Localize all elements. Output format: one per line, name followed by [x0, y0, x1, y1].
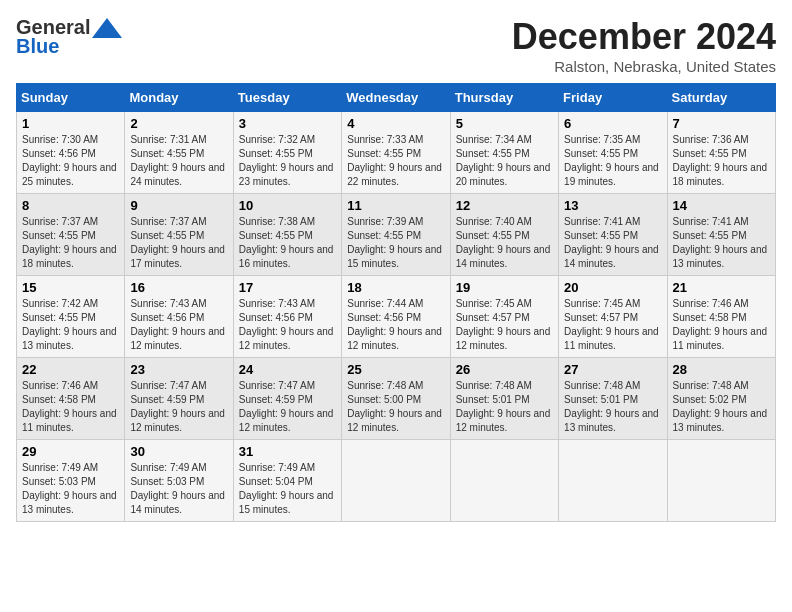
- logo-icon: [92, 18, 122, 38]
- day-info: Sunrise: 7:46 AM Sunset: 4:58 PM Dayligh…: [22, 379, 119, 435]
- calendar-cell: 1 Sunrise: 7:30 AM Sunset: 4:56 PM Dayli…: [17, 112, 125, 194]
- day-number: 30: [130, 444, 227, 459]
- day-info: Sunrise: 7:30 AM Sunset: 4:56 PM Dayligh…: [22, 133, 119, 189]
- day-info: Sunrise: 7:48 AM Sunset: 5:02 PM Dayligh…: [673, 379, 770, 435]
- day-info: Sunrise: 7:46 AM Sunset: 4:58 PM Dayligh…: [673, 297, 770, 353]
- day-info: Sunrise: 7:38 AM Sunset: 4:55 PM Dayligh…: [239, 215, 336, 271]
- calendar-body: 1 Sunrise: 7:30 AM Sunset: 4:56 PM Dayli…: [17, 112, 776, 522]
- calendar-week-row: 8 Sunrise: 7:37 AM Sunset: 4:55 PM Dayli…: [17, 194, 776, 276]
- day-info: Sunrise: 7:48 AM Sunset: 5:01 PM Dayligh…: [564, 379, 661, 435]
- day-number: 18: [347, 280, 444, 295]
- calendar-table: SundayMondayTuesdayWednesdayThursdayFrid…: [16, 83, 776, 522]
- day-number: 26: [456, 362, 553, 377]
- calendar-cell: 15 Sunrise: 7:42 AM Sunset: 4:55 PM Dayl…: [17, 276, 125, 358]
- calendar-cell: 28 Sunrise: 7:48 AM Sunset: 5:02 PM Dayl…: [667, 358, 775, 440]
- day-info: Sunrise: 7:40 AM Sunset: 4:55 PM Dayligh…: [456, 215, 553, 271]
- day-number: 27: [564, 362, 661, 377]
- day-number: 8: [22, 198, 119, 213]
- day-number: 16: [130, 280, 227, 295]
- day-info: Sunrise: 7:31 AM Sunset: 4:55 PM Dayligh…: [130, 133, 227, 189]
- day-info: Sunrise: 7:43 AM Sunset: 4:56 PM Dayligh…: [130, 297, 227, 353]
- calendar-cell: 7 Sunrise: 7:36 AM Sunset: 4:55 PM Dayli…: [667, 112, 775, 194]
- day-number: 23: [130, 362, 227, 377]
- calendar-week-row: 22 Sunrise: 7:46 AM Sunset: 4:58 PM Dayl…: [17, 358, 776, 440]
- calendar-day-header: Sunday: [17, 84, 125, 112]
- calendar-cell: 23 Sunrise: 7:47 AM Sunset: 4:59 PM Dayl…: [125, 358, 233, 440]
- day-info: Sunrise: 7:37 AM Sunset: 4:55 PM Dayligh…: [130, 215, 227, 271]
- day-info: Sunrise: 7:49 AM Sunset: 5:03 PM Dayligh…: [22, 461, 119, 517]
- calendar-cell: 31 Sunrise: 7:49 AM Sunset: 5:04 PM Dayl…: [233, 440, 341, 522]
- page-subtitle: Ralston, Nebraska, United States: [512, 58, 776, 75]
- header: General Blue December 2024 Ralston, Nebr…: [16, 16, 776, 75]
- day-number: 19: [456, 280, 553, 295]
- logo-blue: Blue: [16, 35, 59, 58]
- calendar-day-header: Tuesday: [233, 84, 341, 112]
- day-info: Sunrise: 7:32 AM Sunset: 4:55 PM Dayligh…: [239, 133, 336, 189]
- calendar-cell: 25 Sunrise: 7:48 AM Sunset: 5:00 PM Dayl…: [342, 358, 450, 440]
- page-title: December 2024: [512, 16, 776, 58]
- calendar-cell: 18 Sunrise: 7:44 AM Sunset: 4:56 PM Dayl…: [342, 276, 450, 358]
- day-number: 28: [673, 362, 770, 377]
- day-number: 6: [564, 116, 661, 131]
- day-number: 29: [22, 444, 119, 459]
- calendar-cell: 11 Sunrise: 7:39 AM Sunset: 4:55 PM Dayl…: [342, 194, 450, 276]
- calendar-cell: [667, 440, 775, 522]
- calendar-cell: 9 Sunrise: 7:37 AM Sunset: 4:55 PM Dayli…: [125, 194, 233, 276]
- calendar-cell: 20 Sunrise: 7:45 AM Sunset: 4:57 PM Dayl…: [559, 276, 667, 358]
- calendar-day-header: Thursday: [450, 84, 558, 112]
- calendar-cell: 26 Sunrise: 7:48 AM Sunset: 5:01 PM Dayl…: [450, 358, 558, 440]
- day-number: 24: [239, 362, 336, 377]
- day-info: Sunrise: 7:42 AM Sunset: 4:55 PM Dayligh…: [22, 297, 119, 353]
- calendar-day-header: Saturday: [667, 84, 775, 112]
- day-number: 22: [22, 362, 119, 377]
- day-info: Sunrise: 7:44 AM Sunset: 4:56 PM Dayligh…: [347, 297, 444, 353]
- calendar-cell: 14 Sunrise: 7:41 AM Sunset: 4:55 PM Dayl…: [667, 194, 775, 276]
- calendar-cell: 17 Sunrise: 7:43 AM Sunset: 4:56 PM Dayl…: [233, 276, 341, 358]
- calendar-cell: 12 Sunrise: 7:40 AM Sunset: 4:55 PM Dayl…: [450, 194, 558, 276]
- calendar-cell: 13 Sunrise: 7:41 AM Sunset: 4:55 PM Dayl…: [559, 194, 667, 276]
- day-number: 17: [239, 280, 336, 295]
- calendar-day-header: Wednesday: [342, 84, 450, 112]
- day-number: 11: [347, 198, 444, 213]
- calendar-cell: 29 Sunrise: 7:49 AM Sunset: 5:03 PM Dayl…: [17, 440, 125, 522]
- calendar-cell: 22 Sunrise: 7:46 AM Sunset: 4:58 PM Dayl…: [17, 358, 125, 440]
- svg-marker-0: [92, 18, 122, 38]
- day-info: Sunrise: 7:45 AM Sunset: 4:57 PM Dayligh…: [456, 297, 553, 353]
- day-number: 14: [673, 198, 770, 213]
- day-info: Sunrise: 7:48 AM Sunset: 5:00 PM Dayligh…: [347, 379, 444, 435]
- calendar-day-header: Friday: [559, 84, 667, 112]
- calendar-header-row: SundayMondayTuesdayWednesdayThursdayFrid…: [17, 84, 776, 112]
- logo: General Blue: [16, 16, 122, 58]
- day-number: 12: [456, 198, 553, 213]
- day-info: Sunrise: 7:41 AM Sunset: 4:55 PM Dayligh…: [564, 215, 661, 271]
- day-info: Sunrise: 7:34 AM Sunset: 4:55 PM Dayligh…: [456, 133, 553, 189]
- calendar-week-row: 15 Sunrise: 7:42 AM Sunset: 4:55 PM Dayl…: [17, 276, 776, 358]
- calendar-cell: 16 Sunrise: 7:43 AM Sunset: 4:56 PM Dayl…: [125, 276, 233, 358]
- day-number: 21: [673, 280, 770, 295]
- calendar-cell: [450, 440, 558, 522]
- calendar-cell: 10 Sunrise: 7:38 AM Sunset: 4:55 PM Dayl…: [233, 194, 341, 276]
- title-block: December 2024 Ralston, Nebraska, United …: [512, 16, 776, 75]
- calendar-cell: 3 Sunrise: 7:32 AM Sunset: 4:55 PM Dayli…: [233, 112, 341, 194]
- day-info: Sunrise: 7:45 AM Sunset: 4:57 PM Dayligh…: [564, 297, 661, 353]
- day-info: Sunrise: 7:49 AM Sunset: 5:03 PM Dayligh…: [130, 461, 227, 517]
- day-info: Sunrise: 7:35 AM Sunset: 4:55 PM Dayligh…: [564, 133, 661, 189]
- day-number: 9: [130, 198, 227, 213]
- day-number: 4: [347, 116, 444, 131]
- day-info: Sunrise: 7:37 AM Sunset: 4:55 PM Dayligh…: [22, 215, 119, 271]
- day-info: Sunrise: 7:39 AM Sunset: 4:55 PM Dayligh…: [347, 215, 444, 271]
- day-info: Sunrise: 7:47 AM Sunset: 4:59 PM Dayligh…: [239, 379, 336, 435]
- day-number: 5: [456, 116, 553, 131]
- day-number: 2: [130, 116, 227, 131]
- day-number: 20: [564, 280, 661, 295]
- day-number: 1: [22, 116, 119, 131]
- day-info: Sunrise: 7:41 AM Sunset: 4:55 PM Dayligh…: [673, 215, 770, 271]
- day-number: 10: [239, 198, 336, 213]
- calendar-week-row: 1 Sunrise: 7:30 AM Sunset: 4:56 PM Dayli…: [17, 112, 776, 194]
- day-info: Sunrise: 7:36 AM Sunset: 4:55 PM Dayligh…: [673, 133, 770, 189]
- day-info: Sunrise: 7:48 AM Sunset: 5:01 PM Dayligh…: [456, 379, 553, 435]
- day-number: 15: [22, 280, 119, 295]
- calendar-cell: 24 Sunrise: 7:47 AM Sunset: 4:59 PM Dayl…: [233, 358, 341, 440]
- day-info: Sunrise: 7:33 AM Sunset: 4:55 PM Dayligh…: [347, 133, 444, 189]
- day-number: 25: [347, 362, 444, 377]
